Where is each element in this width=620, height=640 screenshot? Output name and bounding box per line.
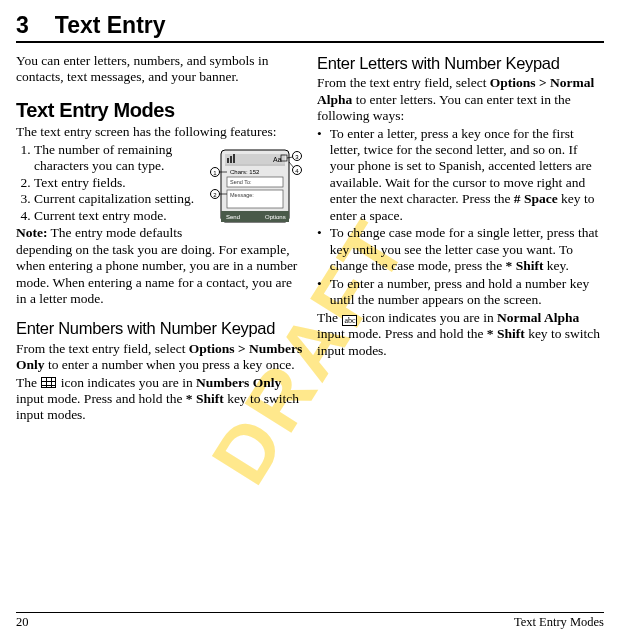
intro-text: You can enter letters, numbers, and symb… xyxy=(16,53,303,86)
chapter-title: Text Entry xyxy=(55,12,166,39)
column-right: Enter Letters with Number Keypad From th… xyxy=(317,53,604,425)
phone-figure: Aa Chars: 152 Send To: xyxy=(207,144,303,228)
features-lead: The text entry screen has the following … xyxy=(16,124,303,140)
footer-section: Text Entry Modes xyxy=(514,615,604,630)
numbers-mode-icon xyxy=(41,377,56,388)
svg-rect-3 xyxy=(230,156,232,163)
svg-rect-4 xyxy=(233,154,235,163)
ways-item-2: • To change case mode for a single lette… xyxy=(317,225,604,274)
fig-chars-label: Chars: 152 xyxy=(230,169,260,175)
heading-enter-letters: Enter Letters with Number Keypad xyxy=(317,53,604,73)
ways-item-1: • To enter a letter, press a key once fo… xyxy=(317,126,604,225)
svg-text:Send To:: Send To: xyxy=(230,179,252,185)
ways-item-3: • To enter a number, press and hold a nu… xyxy=(317,276,604,309)
svg-text:Send: Send xyxy=(226,214,240,220)
svg-text:Aa: Aa xyxy=(273,156,282,163)
column-left: You can enter letters, numbers, and symb… xyxy=(16,53,303,425)
note-label: Note: xyxy=(16,225,47,240)
heading-enter-numbers: Enter Numbers with Number Keypad xyxy=(16,318,303,338)
note-line: Note: The entry mode defaults depending … xyxy=(16,225,303,307)
svg-rect-2 xyxy=(227,158,229,163)
page-number: 20 xyxy=(16,615,29,630)
note-body: The entry mode defaults depending on the… xyxy=(16,225,297,306)
heading-modes: Text Entry Modes xyxy=(16,98,303,122)
numbers-mode-note: The icon indicates you are in Numbers On… xyxy=(16,375,303,424)
svg-line-26 xyxy=(289,162,294,168)
chapter-header: 3 Text Entry xyxy=(16,12,604,43)
page-footer: 20 Text Entry Modes xyxy=(16,612,604,630)
svg-text:Message:: Message: xyxy=(230,192,254,198)
alpha-mode-icon: abc xyxy=(342,315,357,326)
chapter-number: 3 xyxy=(16,12,29,39)
enter-letters-lead: From the text entry field, select Option… xyxy=(317,75,604,124)
svg-text:Options: Options xyxy=(265,214,286,220)
ways-list: • To enter a letter, press a key once fo… xyxy=(317,126,604,309)
page-content: 3 Text Entry You can enter letters, numb… xyxy=(16,12,604,425)
enter-numbers-body: From the text entry field, select Option… xyxy=(16,341,303,374)
alpha-mode-note: The abc icon indicates you are in Normal… xyxy=(317,310,604,359)
